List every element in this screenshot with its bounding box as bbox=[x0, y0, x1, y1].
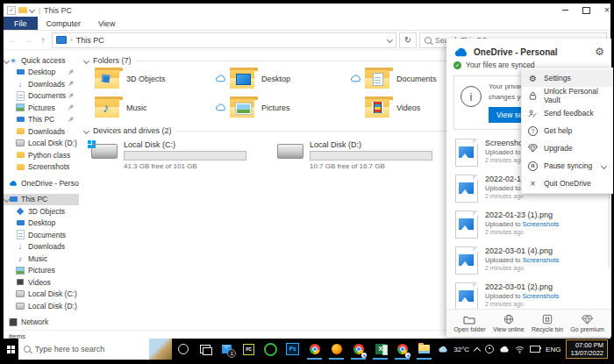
onedrive-settings-gear-icon[interactable]: ⚙ bbox=[595, 46, 604, 57]
taskbar-apps: 1 PC Ps X bbox=[172, 339, 435, 360]
videos-icon bbox=[16, 278, 25, 287]
chrome-profile-app-button[interactable] bbox=[347, 339, 369, 360]
onedrive-file-row[interactable]: 2022-01-23 (1).png Uploaded to Screensho… bbox=[446, 207, 611, 243]
forward-button[interactable]: → bbox=[22, 35, 34, 45]
folder-link[interactable]: Screenshots bbox=[523, 292, 560, 300]
mail-app-button[interactable]: 1 bbox=[216, 339, 238, 360]
chrome-app-button[interactable] bbox=[303, 339, 325, 360]
pycharm-app-button[interactable]: PC bbox=[238, 339, 260, 360]
excel-app-button[interactable]: X bbox=[369, 339, 391, 360]
sidebar-item-this-pc-pinned[interactable]: This PC bbox=[4, 114, 79, 126]
menu-item-pause-syncing[interactable]: Pause syncing bbox=[522, 157, 612, 175]
sidebar-item-desktop[interactable]: Desktop bbox=[4, 67, 79, 79]
sidebar-item-quick-access[interactable]: ★ Quick access bbox=[4, 54, 79, 67]
tab-computer[interactable]: Computer bbox=[38, 17, 90, 30]
sidebar-item-desktop-pc[interactable]: Desktop bbox=[4, 218, 79, 230]
sidebar-item-local-disk-c-pc[interactable]: Local Disk (C:) bbox=[4, 289, 79, 301]
address-dropdown-icon[interactable] bbox=[387, 37, 393, 43]
chrome-profile-2-app-button[interactable] bbox=[391, 339, 413, 360]
sidebar-item-downloads-folder[interactable]: Downloads bbox=[4, 125, 79, 138]
cortana-button[interactable] bbox=[172, 339, 194, 360]
menu-item-send-feedback[interactable]: Send feedback bbox=[522, 104, 612, 122]
folder-link[interactable]: Screenshots bbox=[523, 220, 560, 228]
tab-view[interactable]: View bbox=[89, 17, 124, 30]
sidebar-item-pictures-pc[interactable]: Pictures bbox=[4, 265, 79, 277]
menu-item-quit-onedrive[interactable]: × Quit OneDrive bbox=[522, 175, 612, 192]
file-explorer-app-button[interactable] bbox=[413, 339, 435, 360]
news-interests-image[interactable] bbox=[149, 339, 172, 360]
sidebar-item-documents-pc[interactable]: Documents bbox=[4, 229, 79, 241]
menu-item-settings[interactable]: ⚙ Settings bbox=[522, 69, 612, 87]
open-folder-button[interactable]: Open folder bbox=[453, 315, 486, 332]
view-online-button[interactable]: View online bbox=[493, 314, 525, 332]
show-hidden-icons-chevron[interactable] bbox=[474, 346, 481, 353]
pin-icon bbox=[67, 91, 75, 100]
minimize-button[interactable] bbox=[554, 4, 575, 17]
folder-link[interactable]: Screenshots bbox=[523, 256, 560, 264]
onedrive-file-row[interactable]: 2022-03-01 (4).png Uploaded to Screensho… bbox=[446, 243, 611, 279]
folder-tile-3d-objects[interactable]: 3D Objects bbox=[95, 68, 211, 89]
clock[interactable]: 07:00 PM 13/07/2022 bbox=[566, 339, 608, 359]
sidebar-item-screenshots[interactable]: Screenshots bbox=[4, 161, 79, 174]
refresh-button[interactable]: ↻ bbox=[399, 32, 417, 48]
maximize-button[interactable] bbox=[575, 4, 596, 17]
go-premium-button[interactable]: Go premium bbox=[570, 315, 604, 332]
customize-toolbar-icon[interactable] bbox=[29, 7, 35, 13]
photoshop-app-button[interactable]: Ps bbox=[282, 339, 303, 360]
onedrive-tray-cloud-icon[interactable] bbox=[499, 346, 510, 353]
onedrive-sync-status-icon bbox=[211, 75, 230, 82]
new-folder-icon[interactable] bbox=[18, 7, 27, 13]
green-ring-app-button[interactable] bbox=[260, 339, 282, 360]
taskbar-search-input[interactable]: Type here to search bbox=[18, 339, 173, 360]
collapse-group-icon[interactable] bbox=[83, 57, 89, 63]
sidebar-item-documents[interactable]: Documents bbox=[4, 90, 79, 103]
sidebar-item-downloads-pc[interactable]: ↓Downloads bbox=[4, 241, 79, 253]
back-button[interactable]: ← bbox=[7, 35, 19, 45]
menu-item-upgrade[interactable]: Upgrade bbox=[522, 139, 612, 157]
up-button[interactable]: ↑ bbox=[37, 35, 49, 45]
green-ring-icon bbox=[264, 343, 277, 356]
battery-icon[interactable] bbox=[530, 346, 540, 353]
sidebar-item-videos[interactable]: Videos bbox=[4, 276, 79, 289]
sidebar-item-local-disk-d-pc[interactable]: Local Disk (D:) bbox=[4, 300, 79, 312]
firefox-app-button[interactable] bbox=[325, 339, 347, 360]
network-wifi-icon[interactable] bbox=[515, 346, 525, 353]
close-button[interactable]: × bbox=[596, 4, 610, 17]
sidebar-item-pictures[interactable]: Pictures bbox=[4, 102, 79, 114]
close-icon: × bbox=[604, 6, 610, 15]
sidebar-item-local-disk-d[interactable]: Local Disk (D:) bbox=[4, 138, 79, 150]
sidebar-item-network[interactable]: ⬛Network bbox=[4, 317, 79, 329]
chevron-down-icon[interactable] bbox=[4, 58, 10, 64]
tab-file[interactable]: File bbox=[4, 17, 38, 30]
sidebar-item-downloads[interactable]: ↓Downloads bbox=[4, 78, 79, 90]
start-button[interactable] bbox=[4, 339, 18, 360]
gear-icon: ⚙ bbox=[528, 74, 538, 83]
folder-tile-label: Videos bbox=[396, 103, 420, 112]
sidebar-item-python-class[interactable]: Python class bbox=[4, 149, 79, 161]
onedrive-cloud-icon bbox=[453, 47, 468, 57]
sidebar-item-3d-objects[interactable]: 3D Objects bbox=[4, 205, 79, 218]
weather-cloud-icon[interactable] bbox=[438, 346, 448, 353]
drive-tile-d[interactable]: Local Disk (D:) 10.7 GB free of 16.7 GB bbox=[277, 140, 463, 170]
sidebar-item-onedrive[interactable]: OneDrive - Personal bbox=[4, 177, 79, 189]
folder-tile-pictures[interactable]: Pictures bbox=[230, 97, 346, 118]
menu-item-unlock-personal-vault[interactable]: Unlock Personal Vault bbox=[522, 87, 612, 104]
folder-tile-music[interactable]: ♪ Music bbox=[95, 97, 211, 118]
drive-tile-c[interactable]: Local Disk (C:) 41.3 GB free of 101 GB bbox=[91, 140, 277, 170]
folder-tile-desktop[interactable]: Desktop bbox=[230, 68, 346, 89]
sidebar-item-this-pc[interactable]: This PC bbox=[4, 194, 79, 206]
menu-item-get-help[interactable]: Get help bbox=[522, 122, 612, 139]
onedrive-file-row[interactable]: 2022-03-01 (2).png Uploaded to Screensho… bbox=[446, 279, 611, 309]
task-view-button[interactable] bbox=[194, 339, 216, 360]
drive-name: Local Disk (C:) bbox=[124, 140, 246, 149]
collapse-group-icon[interactable] bbox=[83, 127, 89, 133]
address-field[interactable]: › This PC bbox=[52, 32, 396, 48]
temperature-label[interactable]: 32°C bbox=[453, 346, 469, 353]
sidebar-item-music[interactable]: ♪Music bbox=[4, 253, 79, 265]
language-indicator[interactable]: ENG bbox=[546, 346, 560, 353]
properties-icon[interactable]: ✓ bbox=[7, 6, 16, 15]
file-name: 2022-01-23 (1).png bbox=[485, 211, 559, 219]
breadcrumb[interactable]: This PC bbox=[76, 36, 104, 45]
meet-now-person-icon[interactable] bbox=[485, 345, 494, 353]
recycle-bin-button[interactable]: Recycle bin bbox=[532, 314, 563, 332]
